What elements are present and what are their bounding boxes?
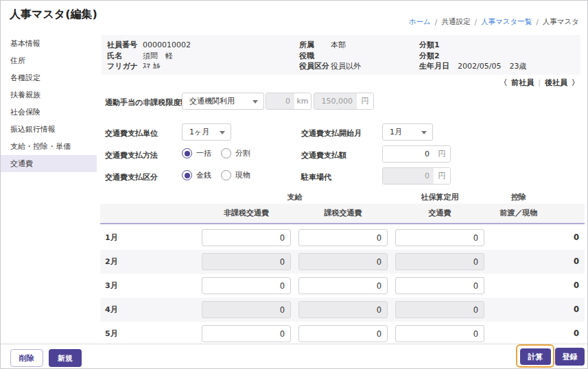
delete-button[interactable]: 削除 bbox=[10, 349, 43, 367]
employee-field-label: 社員番号 bbox=[107, 40, 143, 50]
radio-label: 現物 bbox=[235, 170, 250, 180]
start-month-label: 交通費支払開始月 bbox=[301, 128, 362, 139]
transport-amount-input bbox=[298, 253, 388, 270]
payment-amount-field: 円 bbox=[382, 145, 451, 163]
employee-field-label: 所属 bbox=[299, 40, 331, 50]
radio-icon bbox=[182, 148, 192, 158]
employee-field: 氏名須間 軽 bbox=[107, 51, 191, 62]
sidebar-item-pay-deduction-unit[interactable]: 支給・控除・単価 bbox=[1, 138, 97, 155]
breadcrumb-separator: / bbox=[536, 18, 539, 26]
employee-field: 分類2 bbox=[419, 51, 526, 62]
start-month-value: 1月 bbox=[390, 128, 402, 136]
payment-unit-select[interactable]: 1ヶ月 bbox=[182, 123, 231, 141]
transport-amount-input[interactable] bbox=[395, 229, 484, 246]
transport-amount-input bbox=[202, 301, 291, 318]
row-month-label: 4月 bbox=[105, 305, 118, 315]
prev-employee-link[interactable]: 前社員 bbox=[511, 78, 534, 88]
chevron-down-icon bbox=[220, 131, 225, 134]
employee-field: 所属本部 bbox=[299, 40, 361, 51]
payment-method-label: 交通費支払方法 bbox=[105, 150, 158, 160]
employee-field-label: 氏名 bbox=[107, 51, 143, 61]
sidebar: 基本情報住所各種設定扶養親族社会保険振込銀行情報支給・控除・単価交通費 bbox=[1, 35, 97, 172]
radio-label: 一括 bbox=[196, 148, 211, 158]
sidebar-item-address[interactable]: 住所 bbox=[1, 52, 97, 69]
payment-category-radios: 金銭現物 bbox=[182, 170, 250, 180]
sidebar-item-dependents[interactable]: 扶養親族 bbox=[1, 86, 97, 104]
employee-info-panel: 社員番号0000010002氏名須間 軽フリガナｽﾏ ｶﾙ 所属本部役職役員区分… bbox=[102, 35, 580, 75]
sidebar-item-transportation[interactable]: 交通費 bbox=[1, 155, 97, 172]
table-row: 2月0 bbox=[100, 250, 585, 274]
breadcrumb-item[interactable]: 人事マスタ一覧 bbox=[481, 17, 532, 27]
payment-unit-label: 交通費支払単位 bbox=[105, 128, 158, 139]
chevron-down-icon bbox=[252, 100, 258, 104]
limit-amount-input bbox=[314, 93, 357, 109]
col-header-taxable: 課税交通費 bbox=[298, 204, 388, 223]
payment-category-radio-selected[interactable]: 金銭 bbox=[182, 170, 211, 180]
footer-bar bbox=[1, 344, 587, 368]
employee-field: 社員番号0000010002 bbox=[107, 40, 191, 51]
next-employee-link[interactable]: 後社員 bbox=[545, 78, 567, 88]
breadcrumb-item: 共通設定 bbox=[441, 17, 470, 27]
parking-fee-field: 円 bbox=[382, 167, 451, 184]
sidebar-item-social-insurance[interactable]: 社会保険 bbox=[1, 104, 97, 121]
calculate-button[interactable]: 計算 bbox=[520, 348, 551, 365]
employee-field: 生年月日2002/05/0523歳 bbox=[419, 61, 526, 72]
transport-amount-input[interactable] bbox=[202, 325, 291, 342]
employee-field-value: 0000010002 bbox=[143, 40, 191, 49]
transport-amount-input[interactable] bbox=[298, 229, 388, 246]
row-month-label: 3月 bbox=[105, 281, 118, 291]
limit-amount-unit: 円 bbox=[357, 93, 373, 109]
start-month-select[interactable]: 1月 bbox=[382, 123, 433, 141]
transport-amount-input bbox=[202, 253, 291, 270]
transport-amount-input bbox=[298, 301, 388, 318]
main-content: 人事マスタ(編集) ホーム/共通設定/人事マスタ一覧/人事マスタ 基本情報住所各… bbox=[1, 1, 587, 344]
payment-unit-value: 1ヶ月 bbox=[189, 128, 209, 136]
transport-amount-input[interactable] bbox=[298, 277, 388, 294]
next-employee-chevron-icon[interactable]: 〉 bbox=[572, 78, 579, 88]
distance-input bbox=[266, 93, 294, 109]
transport-amount-input bbox=[395, 253, 484, 270]
advance-inkind-value: 0 bbox=[574, 281, 579, 290]
register-button[interactable]: 登録 bbox=[555, 348, 585, 366]
group-header-payment: 支給 bbox=[202, 192, 388, 202]
breadcrumb-separator: / bbox=[474, 18, 477, 26]
transport-amount-input[interactable] bbox=[202, 277, 291, 294]
distance-unit: km bbox=[294, 93, 311, 109]
employee-field-value: 本部 bbox=[331, 40, 346, 50]
limit-amount-field: 円 bbox=[314, 93, 374, 110]
transport-amount-input[interactable] bbox=[298, 325, 388, 342]
employee-field-value: ｽﾏ ｶﾙ bbox=[143, 62, 161, 71]
employee-field-value: 役員以外 bbox=[331, 61, 361, 71]
payment-method-radio-option[interactable]: 分割 bbox=[221, 148, 250, 158]
payment-category-radio-option[interactable]: 現物 bbox=[221, 170, 250, 180]
parking-fee-label: 駐車場代 bbox=[301, 172, 331, 182]
chevron-down-icon bbox=[421, 131, 427, 134]
advance-inkind-value: 0 bbox=[574, 233, 579, 242]
sidebar-item-basic-info[interactable]: 基本情報 bbox=[1, 35, 97, 52]
table-header-row: 非課税交通費 課税交通費 交通費 前渡／現物 bbox=[100, 204, 585, 224]
payment-method-radio-selected[interactable]: 一括 bbox=[182, 148, 211, 158]
breadcrumb-item[interactable]: ホーム bbox=[409, 17, 431, 27]
row-month-label: 5月 bbox=[105, 329, 118, 339]
payment-amount-label: 交通費支払額 bbox=[301, 150, 346, 160]
transport-amount-input bbox=[395, 301, 484, 318]
col-header-nontaxable: 非課税交通費 bbox=[202, 204, 291, 223]
payment-amount-input[interactable] bbox=[383, 146, 434, 162]
transport-amount-input[interactable] bbox=[395, 325, 484, 342]
breadcrumb-separator: / bbox=[435, 18, 438, 26]
advance-inkind-value: 0 bbox=[574, 305, 579, 314]
employee-field-label: 役員区分 bbox=[299, 61, 331, 71]
employee-field-extra: 23歳 bbox=[509, 61, 526, 71]
employee-field: 役員区分役員以外 bbox=[299, 61, 361, 72]
transport-type-select[interactable]: 交通機関利用 bbox=[182, 93, 264, 110]
transport-amount-input[interactable] bbox=[202, 229, 291, 246]
new-button[interactable]: 新規 bbox=[49, 349, 82, 367]
transport-amount-input[interactable] bbox=[395, 277, 484, 294]
employee-field-label: 役職 bbox=[299, 51, 331, 61]
sidebar-item-bank-transfer[interactable]: 振込銀行情報 bbox=[1, 121, 97, 138]
radio-icon bbox=[221, 148, 231, 158]
prev-employee-chevron-icon[interactable]: 〈 bbox=[499, 78, 507, 88]
radio-label: 分割 bbox=[235, 148, 250, 158]
advance-inkind-value: 0 bbox=[574, 329, 579, 338]
sidebar-item-various-settings[interactable]: 各種設定 bbox=[1, 69, 97, 86]
